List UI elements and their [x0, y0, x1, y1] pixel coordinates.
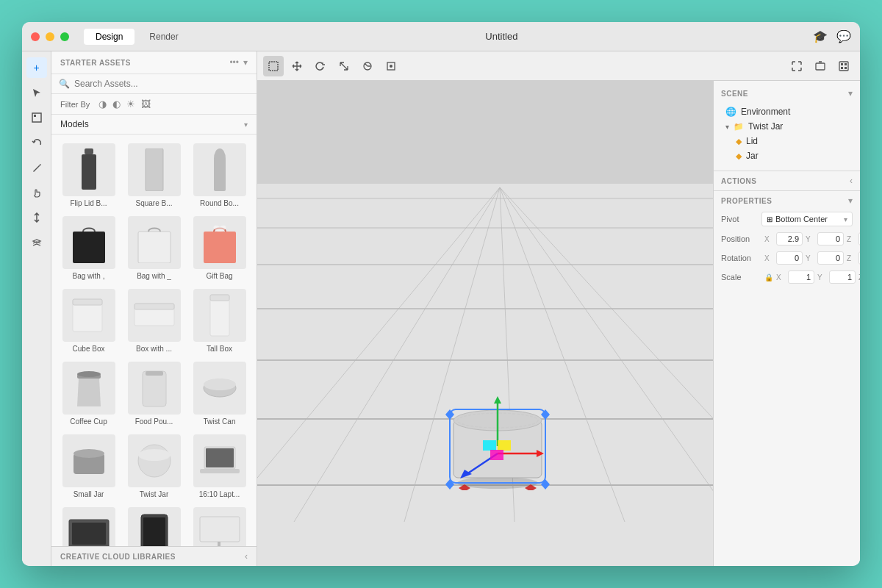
scene-object-jar[interactable]	[435, 373, 560, 492]
filter-image-icon[interactable]: 🖼	[141, 98, 151, 110]
folder-icon: 📁	[734, 122, 744, 132]
asset-twist-can[interactable]: Twist Can	[188, 359, 251, 429]
tree-label-twist-jar: Twist Jar	[748, 121, 783, 132]
asset-food-pouch[interactable]: Food Pou...	[123, 359, 185, 429]
tree-item-twist-jar[interactable]: ▾ 📁 Twist Jar	[721, 119, 853, 134]
asset-laptop[interactable]: 16:10 Lapt...	[188, 431, 251, 501]
filter-light-icon[interactable]: ◐	[112, 98, 121, 110]
asset-cube-box[interactable]: Cube Box	[57, 286, 120, 356]
pos-x-label: X	[764, 235, 773, 243]
models-label: Models	[60, 119, 89, 129]
position-y-input[interactable]	[817, 232, 844, 245]
filter-dark-icon[interactable]: ◑	[98, 98, 107, 110]
scene-tree: 🌐 Environment ▾ 📁 Twist Jar ◆ Lid	[721, 101, 853, 166]
select-rect-tool[interactable]	[263, 56, 284, 76]
frame-tool[interactable]	[26, 107, 47, 128]
rotation-y-input[interactable]	[817, 251, 844, 265]
rotation-row: Rotation X Y Z	[721, 251, 853, 265]
asset-bag-white[interactable]: Bag with _	[123, 213, 185, 283]
rotation-z-input[interactable]	[858, 251, 860, 265]
asset-gift-bag[interactable]: Gift Bag	[188, 213, 251, 283]
close-button[interactable]	[31, 32, 40, 41]
asset-box-with[interactable]: Box with ...	[123, 286, 185, 356]
pivot-tool[interactable]	[357, 56, 378, 76]
asset-coffee-cup[interactable]: Coffee Cup	[57, 359, 120, 429]
svg-rect-19	[146, 371, 163, 376]
filter-row: Filter By ◑ ◐ ☀ 🖼	[51, 94, 257, 115]
environment-icon: 🌐	[725, 107, 736, 117]
fullscreen-tool[interactable]	[786, 56, 807, 76]
hand-tool[interactable]	[26, 182, 47, 203]
rot-z-label: Z	[847, 254, 856, 262]
add-button[interactable]: +	[26, 57, 47, 78]
pivot-label: Pivot	[721, 215, 761, 223]
asset-food-pouch-label: Food Pou...	[135, 417, 173, 426]
tree-item-environment[interactable]: 🌐 Environment	[721, 104, 853, 119]
rotation-x-input[interactable]	[776, 251, 803, 265]
scale-x-input[interactable]	[788, 270, 814, 284]
actions-collapse-icon[interactable]: ‹	[850, 176, 853, 186]
asset-box-with-label: Box with ...	[136, 345, 172, 353]
rot-y-label: Y	[806, 254, 814, 262]
asset-tall-box[interactable]: Tall Box	[188, 286, 251, 356]
rot-x-label: X	[764, 254, 773, 262]
asset-16-10-photo[interactable]: 16:10 Pho...	[57, 504, 120, 546]
scale-row: Scale 🔒 X Y Z	[721, 270, 853, 284]
scale-y-input[interactable]	[829, 270, 856, 284]
props-header: Properties ▾	[721, 196, 853, 206]
svg-rect-4	[146, 148, 163, 191]
layers-tool[interactable]	[26, 232, 47, 253]
svg-point-39	[390, 65, 392, 68]
more-icon[interactable]: •••	[229, 57, 239, 68]
pivot-select[interactable]: ⊞ Bottom Center ▾	[761, 212, 853, 226]
move-tool[interactable]	[287, 56, 307, 76]
svg-point-23	[74, 449, 104, 458]
position-x-input[interactable]	[776, 232, 803, 245]
asset-billboard[interactable]: Billboard	[188, 504, 251, 546]
maximize-button[interactable]	[60, 32, 69, 41]
lid-shape-icon: ◆	[736, 137, 742, 146]
scene-chevron-icon[interactable]: ▾	[848, 88, 853, 98]
asset-tablet[interactable]: Tablet 16:10	[123, 504, 185, 546]
rotate-tool[interactable]	[310, 56, 331, 76]
svg-point-21	[204, 379, 236, 390]
snap-tool[interactable]	[381, 56, 401, 76]
pen-tool[interactable]	[26, 157, 47, 178]
window-title: Untitled	[190, 31, 813, 42]
models-chevron[interactable]: ▾	[244, 121, 248, 129]
top-toolbar	[257, 51, 860, 81]
chevron-down-icon[interactable]: ▾	[243, 57, 248, 68]
asset-small-jar[interactable]: Small Jar	[57, 431, 120, 501]
search-input[interactable]	[74, 79, 249, 89]
tab-design[interactable]: Design	[84, 29, 135, 45]
tree-item-lid[interactable]: ◆ Lid	[721, 134, 853, 148]
viewport[interactable]	[257, 81, 713, 566]
render-preview-tool[interactable]	[833, 56, 854, 76]
graduation-icon[interactable]: 🎓	[813, 29, 828, 43]
asset-square-b[interactable]: Square B...	[123, 140, 185, 210]
tree-label-jar: Jar	[746, 151, 759, 161]
tree-item-jar[interactable]: ◆ Jar	[721, 148, 853, 163]
asset-square-b-label: Square B...	[135, 199, 172, 207]
asset-flip-lid[interactable]: Flip Lid B...	[57, 140, 120, 210]
position-z-input[interactable]	[858, 232, 860, 245]
speech-icon[interactable]: 💬	[836, 29, 851, 43]
svg-rect-3	[82, 154, 96, 190]
scale-v-tool[interactable]	[26, 207, 47, 228]
props-chevron-icon[interactable]: ▾	[848, 196, 853, 206]
svg-rect-28	[200, 469, 240, 473]
undo-tool[interactable]	[26, 132, 47, 153]
asset-round-bottle[interactable]: Round Bo...	[188, 140, 251, 210]
minimize-button[interactable]	[46, 32, 54, 41]
cc-chevron-icon[interactable]: ‹	[245, 551, 248, 562]
left-toolbar: +	[22, 51, 51, 566]
asset-twist-jar[interactable]: Twist Jar	[123, 431, 185, 501]
scale-lock-icon[interactable]: 🔒	[764, 273, 773, 282]
select-tool[interactable]	[26, 82, 47, 103]
scale-tool[interactable]	[334, 56, 354, 76]
camera-view-tool[interactable]	[810, 56, 831, 76]
tab-render[interactable]: Render	[137, 29, 190, 45]
asset-bag-black[interactable]: Bag with ,	[57, 213, 120, 283]
cc-section: Creative Cloud Libraries ‹	[51, 546, 257, 566]
filter-sun-icon[interactable]: ☀	[126, 98, 135, 110]
